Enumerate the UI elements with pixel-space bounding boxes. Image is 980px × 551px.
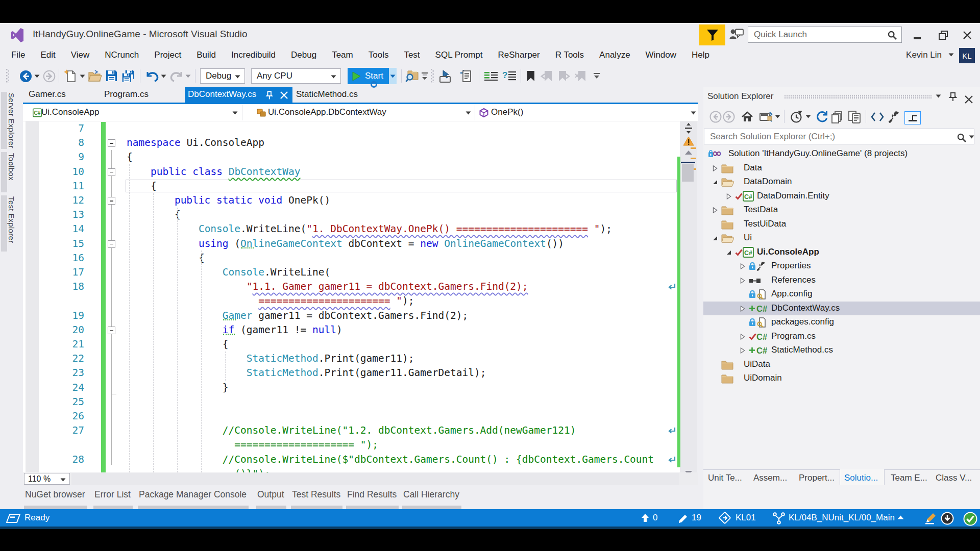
arrow-up-icon[interactable] (641, 513, 649, 523)
minimize-button[interactable] (910, 28, 925, 43)
autohide-tab-call-hierarchy[interactable]: Call Hierarchy (403, 489, 459, 500)
fold-collapse-box[interactable] (108, 197, 115, 205)
user-name[interactable]: Kevin Lin (906, 50, 942, 60)
branch-icon[interactable] (772, 512, 786, 525)
tree-item-references[interactable]: References (703, 273, 980, 288)
warning-icon[interactable] (683, 136, 694, 146)
dropdown-caret-icon[interactable] (465, 111, 471, 115)
toggle-bookmark-button[interactable] (526, 70, 536, 82)
save-all-button[interactable] (121, 69, 136, 83)
menu-incredibuild[interactable]: Incredibuild (224, 46, 283, 65)
menu-ncrunch[interactable]: NCrunch (97, 46, 146, 65)
expanded-arrow-icon[interactable] (712, 235, 718, 241)
horizontal-scrollbar[interactable] (71, 473, 679, 485)
navigate-backward-button[interactable] (19, 70, 32, 83)
user-dropdown-caret-icon[interactable] (948, 53, 954, 57)
se-back-button[interactable] (709, 111, 722, 123)
document-tab-staticmethod-cs[interactable]: StaticMethod.cs (293, 87, 368, 103)
user-avatar[interactable]: KL (959, 48, 975, 63)
menu-r-tools[interactable]: R Tools (548, 46, 592, 65)
solution-explorer-search[interactable]: Search Solution Explorer (Ctrl+;) (704, 129, 974, 144)
ncrunch-filter-icon[interactable] (699, 24, 725, 45)
status-edit-count[interactable]: 19 (692, 513, 701, 523)
panel-tab-team-e-[interactable]: Team E... (891, 473, 927, 483)
vertical-scrollbar[interactable] (680, 121, 697, 485)
solution-platform-dropdown[interactable]: Any CPU (251, 68, 341, 84)
se-properties-shortcut-button[interactable] (847, 110, 862, 123)
se-switch-views-caret-icon[interactable] (775, 115, 780, 118)
solution-configuration-dropdown[interactable]: Debug (200, 68, 245, 84)
tree-item-staticmethod-cs[interactable]: C#StaticMethod.cs (703, 343, 980, 358)
collapsed-arrow-icon[interactable] (740, 334, 746, 340)
tree-item-dbcontextway-cs[interactable]: C#DbContextWay.cs (703, 302, 980, 316)
se-pending-changes-filter-button[interactable] (790, 110, 803, 123)
collapsed-arrow-icon[interactable] (740, 278, 746, 284)
close-icon[interactable] (961, 92, 976, 107)
status-up-count[interactable]: 0 (653, 513, 657, 523)
panel-splitter[interactable] (698, 87, 703, 509)
autohide-tab-package-manager-console[interactable]: Package Manager Console (139, 489, 247, 500)
download-icon[interactable] (941, 512, 954, 525)
indent-lines-button[interactable] (484, 70, 498, 82)
pencil-icon[interactable] (677, 513, 689, 524)
tree-item-ui[interactable]: Ui (703, 231, 980, 245)
expanded-arrow-icon[interactable] (712, 179, 718, 185)
menu-sql-prompt[interactable]: SQL Prompt (428, 46, 491, 65)
navbar-project-dropdown[interactable]: Ui.ConsoleApp (41, 107, 99, 117)
scrollbar-thumb[interactable] (682, 164, 694, 182)
menu-resharper[interactable]: ReSharper (491, 46, 548, 65)
se-forward-button[interactable] (723, 111, 735, 123)
code-editor-surface[interactable]: 78namespace Ui.ConsoleApp9{10public clas… (23, 121, 680, 472)
redo-caret-icon[interactable] (185, 74, 191, 78)
close-button[interactable] (960, 28, 975, 43)
menu-window[interactable]: Window (638, 46, 684, 65)
check-circle-icon[interactable] (963, 512, 977, 526)
comment-lines-button[interactable]: ? (502, 70, 517, 82)
menu-view[interactable]: View (63, 46, 97, 65)
zoom-selector[interactable]: 110 % (24, 473, 70, 485)
se-preview-selected-toggle[interactable] (904, 111, 921, 124)
se-switch-views-button[interactable] (758, 110, 773, 123)
panel-tab-assem-[interactable]: Assem... (753, 473, 787, 483)
menu-build[interactable]: Build (189, 46, 224, 65)
undo-button[interactable] (145, 70, 159, 82)
tree-item-packages-config[interactable]: packages.config (703, 315, 980, 330)
navbar-type-dropdown[interactable]: Ui.ConsoleApp.DbContextWay (268, 107, 386, 117)
start-options-caret-icon[interactable] (389, 68, 397, 84)
status-branch[interactable]: KL/04B_NUnit_KL/00_Main (789, 513, 895, 523)
menu-help[interactable]: Help (684, 46, 717, 65)
panel-tab-class-v-[interactable]: Class V... (936, 473, 972, 483)
collapsed-arrow-icon[interactable] (712, 165, 718, 171)
menu-debug[interactable]: Debug (283, 46, 324, 65)
autohide-tab-find-results[interactable]: Find Results (347, 489, 397, 500)
collapsed-arrow-icon[interactable] (740, 306, 746, 312)
panel-tab-unit-te-[interactable]: Unit Te... (708, 473, 742, 483)
pin-icon[interactable] (265, 91, 274, 100)
next-bookmark-button[interactable] (557, 70, 571, 82)
tree-item-data[interactable]: Data (703, 161, 980, 176)
menu-test[interactable]: Test (396, 46, 427, 65)
dropdown-caret-icon[interactable] (232, 111, 238, 115)
tree-item-properties[interactable]: Properties (703, 259, 980, 273)
document-tab-dbcontextway-cs[interactable]: DbContextWay.cs (185, 87, 292, 104)
tree-item-solution-ithandyguy-onlinegame-8-projects-[interactable]: ∞Solution 'ItHandyGuy.OnlineGame' (8 pro… (703, 147, 980, 161)
se-home-button[interactable] (741, 111, 753, 123)
toolbar-drag-grip[interactable] (431, 69, 434, 83)
tree-item-datadomain-entity[interactable]: C#DataDomain.Entity (703, 189, 980, 204)
panel-tab-propert-[interactable]: Propert... (799, 473, 835, 483)
collapsed-arrow-icon[interactable] (712, 207, 718, 213)
fold-collapse-box[interactable] (108, 139, 115, 147)
autohide-tab-output[interactable]: Output (257, 489, 284, 500)
new-file-caret-icon[interactable] (80, 74, 85, 78)
tree-item-uidata[interactable]: UiData (703, 358, 980, 372)
autohide-tab-toolbox[interactable]: Toolbox (0, 152, 23, 192)
fold-collapse-box[interactable] (108, 168, 115, 176)
se-refresh-button[interactable] (816, 110, 828, 123)
menu-project[interactable]: Project (146, 46, 189, 65)
new-file-button[interactable] (63, 69, 77, 83)
toolbar-drag-grip[interactable] (6, 69, 9, 83)
quick-launch-input[interactable] (754, 28, 881, 41)
tree-item-app-config[interactable]: App.config (703, 287, 980, 302)
fold-collapse-box[interactable] (108, 240, 115, 248)
status-server[interactable]: KL01 (736, 513, 756, 523)
